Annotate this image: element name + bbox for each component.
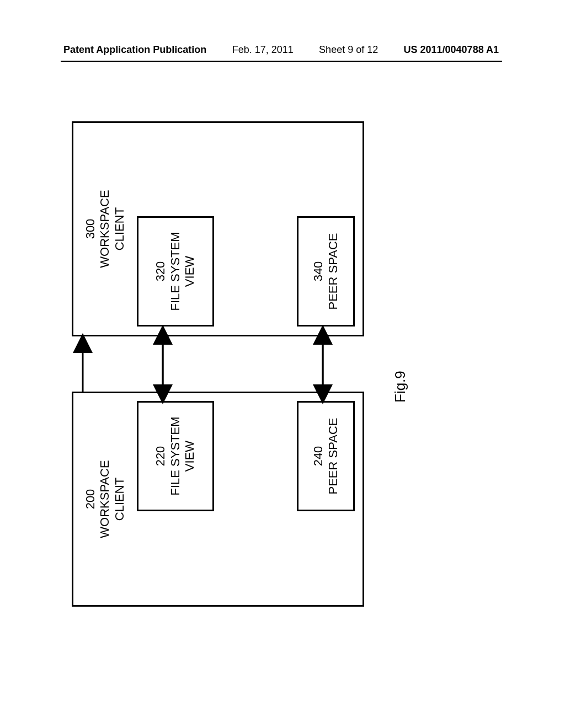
publication-label: Patent Application Publication: [63, 44, 206, 56]
figure-label: Fig.9: [392, 371, 409, 403]
sheet-number: Sheet 9 of 12: [319, 44, 378, 56]
diagram-container: 200 WORKSPACE CLIENT 220 FILE SYSTEM VIE…: [61, 110, 375, 618]
page: Patent Application Publication Feb. 17, …: [0, 0, 565, 728]
publication-number: US 2011/0040788 A1: [404, 44, 499, 56]
publication-date: Feb. 17, 2011: [232, 44, 294, 56]
diagram: 200 WORKSPACE CLIENT 220 FILE SYSTEM VIE…: [61, 110, 375, 618]
page-header: Patent Application Publication Feb. 17, …: [0, 44, 565, 56]
diagram-arrows: [61, 110, 375, 618]
header-divider: [61, 61, 502, 62]
